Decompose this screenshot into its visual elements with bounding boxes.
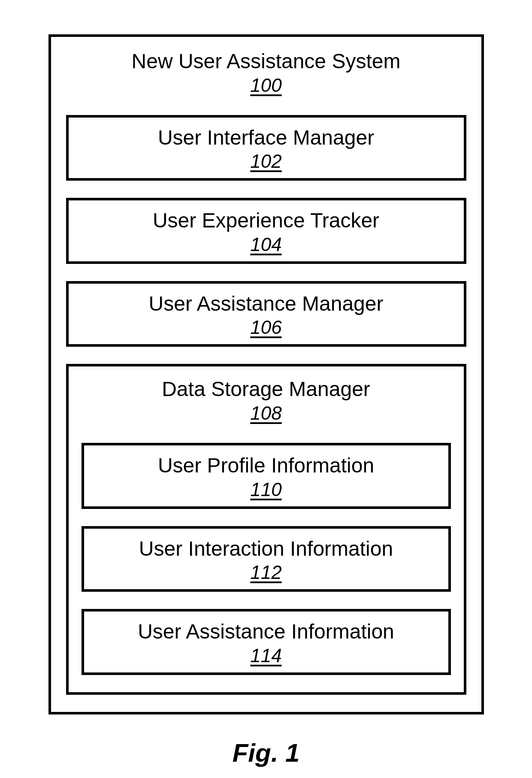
data-storage-title: Data Storage Manager <box>162 377 370 402</box>
item-refnum: 112 <box>250 562 281 583</box>
item-refnum: 110 <box>250 479 281 500</box>
module-box: User Experience Tracker 104 <box>66 198 466 264</box>
module-refnum: 104 <box>250 234 281 255</box>
data-storage-header: Data Storage Manager 108 <box>162 375 370 426</box>
module-title: User Interface Manager <box>73 125 459 150</box>
figure-caption: Fig. 1 <box>233 738 300 768</box>
item-title: User Assistance Information <box>88 619 444 644</box>
data-storage-container: Data Storage Manager 108 User Profile In… <box>66 364 466 694</box>
system-refnum: 100 <box>250 75 281 96</box>
data-storage-item: User Assistance Information 114 <box>82 609 451 675</box>
module-title: User Assistance Manager <box>73 291 459 316</box>
system-header: New User Assistance System 100 <box>132 45 401 98</box>
data-storage-item: User Profile Information 110 <box>82 443 451 509</box>
data-storage-item: User Interaction Information 112 <box>82 526 451 592</box>
item-title: User Interaction Information <box>88 536 444 561</box>
system-container: New User Assistance System 100 User Inte… <box>48 34 484 714</box>
item-refnum: 114 <box>250 645 281 666</box>
system-title: New User Assistance System <box>132 49 401 74</box>
module-box: User Assistance Manager 106 <box>66 281 466 347</box>
module-refnum: 106 <box>250 317 281 338</box>
data-storage-refnum: 108 <box>250 403 281 424</box>
module-refnum: 102 <box>250 151 281 172</box>
item-title: User Profile Information <box>88 453 444 478</box>
module-title: User Experience Tracker <box>73 208 459 233</box>
module-box: User Interface Manager 102 <box>66 115 466 181</box>
